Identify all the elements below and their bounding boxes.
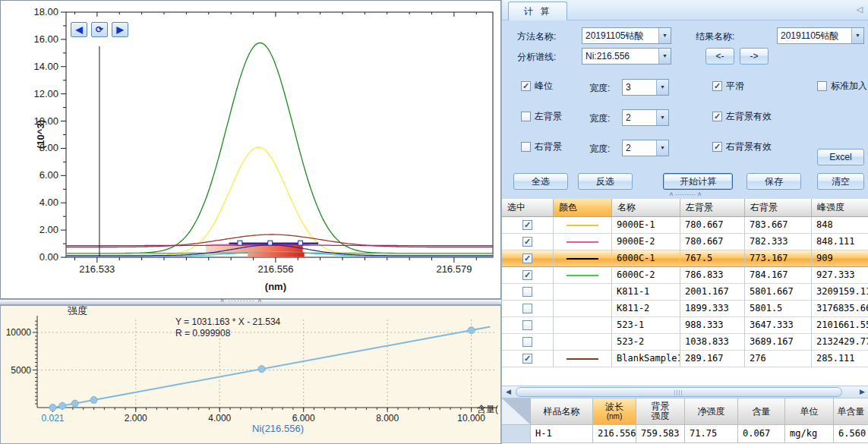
start-calculation-button[interactable]: 开始计算: [663, 173, 733, 190]
excel-export-button[interactable]: Excel: [817, 149, 864, 165]
col-unit[interactable]: 单位: [785, 398, 834, 425]
col-right-bg[interactable]: 右背景: [745, 199, 812, 217]
chevron-down-icon[interactable]: ▼: [658, 49, 671, 64]
row-checkbox-icon[interactable]: ✓: [522, 270, 532, 280]
chevron-down-icon[interactable]: ▼: [658, 28, 671, 43]
y-tick-label: 5000: [11, 365, 31, 376]
row-checkbox-icon[interactable]: ✓: [522, 253, 532, 263]
row-left-bg: 1899.333: [680, 301, 745, 317]
table-row[interactable]: 523-21038.8333689.1672132429.778: [502, 334, 868, 351]
x-tick-label: 6.000: [292, 413, 315, 424]
checkbox-icon[interactable]: ✓: [712, 81, 722, 91]
table-row[interactable]: 523-1988.3333647.3332101661.555: [502, 317, 868, 334]
chart-scroll-right-button[interactable]: ▶: [112, 22, 128, 37]
row-name: 9000E-1: [612, 217, 680, 234]
y-tick-label: 6.00: [39, 169, 58, 181]
chart-refresh-button[interactable]: ⟳: [91, 22, 108, 37]
result-name-select[interactable]: 20191105钴酸 ▼: [777, 27, 864, 44]
table-row[interactable]: K811-12001.1675801.6673209159.111: [502, 284, 868, 301]
checkbox-label: 峰位: [535, 80, 553, 93]
next-line-button[interactable]: ->: [740, 48, 769, 65]
col-wavelength[interactable]: 波长(nm): [593, 398, 636, 425]
row-select-cell: [502, 317, 554, 334]
table-row[interactable]: ✓BlankSample1289.167276285.111: [502, 351, 868, 367]
save-button[interactable]: 保存: [746, 173, 801, 190]
left-background-checkbox[interactable]: 左背景: [521, 110, 562, 123]
row-peak-intensity: 848.111: [812, 234, 868, 250]
tab-calculate[interactable]: 计 算: [508, 2, 567, 20]
chart-toolbar: ◀ ⟳ ▶: [71, 22, 128, 37]
method-name-select[interactable]: 20191105钴酸 ▼: [582, 27, 671, 44]
col-sample-name[interactable]: 样品名称: [531, 398, 593, 425]
checkbox-icon[interactable]: ✓: [712, 112, 722, 121]
col-unit-content[interactable]: 单含量: [834, 398, 868, 425]
invert-selection-button[interactable]: 反选: [578, 173, 633, 190]
clear-button[interactable]: 清空: [817, 173, 864, 190]
scroll-left-icon[interactable]: ◀: [502, 386, 515, 398]
col-background-intensity[interactable]: 背景强度: [636, 398, 685, 425]
row-header-cell[interactable]: [502, 425, 531, 443]
row-checkbox-icon[interactable]: ✓: [522, 354, 532, 364]
collapse-panel-icon[interactable]: ◁: [857, 5, 863, 14]
smooth-checkbox[interactable]: ✓ 平滑: [712, 80, 744, 93]
table-row[interactable]: ✓6000C-2786.833784.167927.333: [502, 267, 868, 284]
standard-addition-checkbox[interactable]: 标准加入: [817, 80, 867, 93]
table-row[interactable]: ✓6000C-1767.5773.167909: [502, 250, 868, 267]
col-selected[interactable]: 选中: [502, 199, 554, 217]
previous-line-button[interactable]: <-: [705, 48, 734, 65]
panel-splitter[interactable]: ˄ ········· ˄: [502, 191, 868, 199]
checkbox-icon[interactable]: [817, 81, 827, 91]
scrollbar-thumb[interactable]: [516, 387, 842, 397]
right-width-select[interactable]: 2 ▼: [622, 140, 669, 156]
analysis-line-select[interactable]: Ni:216.556 ▼: [582, 48, 671, 65]
right-background-valid-checkbox[interactable]: ✓ 右背景有效: [712, 140, 772, 153]
left-background-valid-checkbox[interactable]: ✓ 左背景有效: [712, 110, 772, 123]
row-checkbox-icon[interactable]: ✓: [522, 220, 532, 230]
col-content[interactable]: 含量: [738, 398, 785, 425]
table-row[interactable]: K811-21899.3335801.53176835.667: [502, 301, 868, 317]
chart-scroll-left-button[interactable]: ◀: [71, 22, 87, 37]
row-right-bg: 3689.167: [745, 334, 812, 351]
col-color[interactable]: 颜色: [554, 199, 612, 217]
row-checkbox-icon[interactable]: [522, 287, 532, 297]
row-checkbox-icon[interactable]: ✓: [522, 237, 532, 247]
col-peak-intensity[interactable]: 峰强度: [812, 199, 868, 217]
row-left-bg: 988.333: [680, 317, 745, 334]
peak-width-select[interactable]: 3 ▼: [622, 79, 669, 96]
col-name[interactable]: 名称: [612, 199, 680, 217]
checkbox-icon[interactable]: [521, 142, 531, 152]
peak-position-checkbox[interactable]: ✓ 峰位: [521, 80, 553, 93]
row-checkbox-icon[interactable]: [522, 320, 532, 330]
y-tick-label: 10000: [6, 327, 32, 338]
chevron-down-icon[interactable]: ▼: [656, 80, 668, 95]
table-row[interactable]: ✓9000E-2780.667782.333848.111: [502, 234, 868, 250]
cell-unit: mg/kg: [785, 425, 834, 443]
chevron-down-icon[interactable]: ▼: [656, 110, 668, 125]
row-select-cell: ✓: [502, 267, 554, 284]
scroll-right-icon[interactable]: ▶: [856, 386, 868, 398]
checkbox-icon[interactable]: [521, 112, 531, 121]
x-tick-label: 4.000: [208, 413, 231, 424]
row-left-bg: 786.833: [680, 267, 745, 284]
row-right-bg: 782.333: [745, 234, 812, 250]
app-window: 0.002.004.006.008.0010.0012.0014.0016.00…: [0, 0, 868, 444]
table-row[interactable]: ✓9000E-1780.667783.667848: [502, 217, 868, 234]
right-background-checkbox[interactable]: 右背景: [521, 140, 562, 153]
chevron-down-icon[interactable]: ▼: [851, 28, 863, 43]
sample-row[interactable]: H-1216.556759.58371.750.067mg/kg6.560: [502, 425, 868, 443]
spectral-chart-panel: 0.002.004.006.008.0010.0012.0014.0016.00…: [0, 0, 501, 299]
y-tick-label: 2.00: [39, 224, 58, 235]
checkbox-icon[interactable]: ✓: [712, 142, 722, 152]
checkbox-icon[interactable]: ✓: [521, 81, 531, 91]
col-net-intensity[interactable]: 净强度: [685, 398, 738, 425]
col-left-bg[interactable]: 左背景: [680, 199, 745, 217]
select-all-corner-cell[interactable]: [502, 398, 531, 425]
select-all-button[interactable]: 全选: [513, 173, 568, 190]
chevron-down-icon[interactable]: ▼: [656, 140, 668, 156]
row-checkbox-icon[interactable]: [522, 304, 532, 313]
horizontal-scrollbar[interactable]: ◀ ▶: [502, 386, 868, 398]
method-name-label: 方法名称:: [517, 30, 556, 43]
row-checkbox-icon[interactable]: [522, 337, 532, 347]
horizontal-splitter[interactable]: ˄ ········· ˄: [0, 299, 501, 305]
left-width-select[interactable]: 2 ▼: [622, 109, 669, 126]
